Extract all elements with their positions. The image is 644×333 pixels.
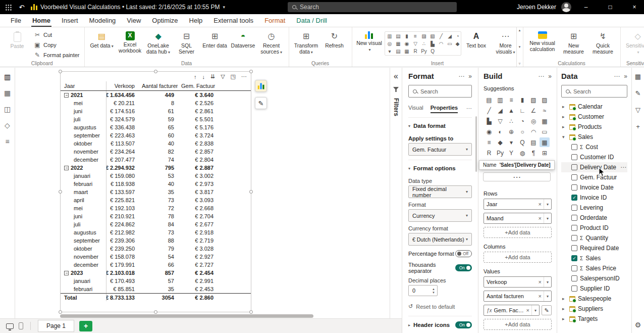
field-row[interactable]: Levering [561,203,627,213]
table-row[interactable]: december € 207.477 74 € 2.804 [61,156,251,164]
field-pill[interactable]: Maand [484,213,552,224]
field-row[interactable]: Customer [561,112,627,122]
smart-narrative-icon[interactable]: ¶ [528,148,539,158]
remove-field-icon[interactable] [539,279,542,285]
table-row[interactable]: augustus € 336.438 65 € 5.176 [61,123,251,131]
app-waffle-icon[interactable] [5,4,12,11]
desktop-layout-icon[interactable] [6,323,14,329]
table-row[interactable]: Total € 8.733.133 3054 € 2.860 [61,293,251,301]
table-row[interactable]: juni € 174.516 61 € 2.861 [61,107,251,115]
format-painter-button[interactable]: ✎Format painter [32,51,81,59]
field-row[interactable]: Invoice ID [561,193,627,203]
azure-map-icon[interactable]: ⊕ [506,127,516,136]
minimize-button[interactable]: – [576,0,596,14]
chevron-icon[interactable] [562,316,567,321]
r-script-icon[interactable]: R [413,49,417,54]
paginated-report-icon[interactable]: ⊞ [540,148,550,158]
quick-measure-button[interactable]: ↯ Quick measure [589,30,617,57]
field-row[interactable]: Σ Quantity [561,233,627,243]
table-row[interactable]: juli € 324.579 59 € 5.501 [61,115,251,123]
remove-field-icon[interactable] [526,307,529,313]
values-add-data-button[interactable]: +Add data [484,319,552,330]
field-row[interactable]: Gem. Factuur [561,172,627,182]
kpi-icon[interactable]: ◆ [456,41,460,46]
apply-settings-dropdown[interactable]: Gem. Factuur ▾ [408,143,472,156]
filled-map-icon[interactable]: ◐ [495,127,505,136]
field-row[interactable]: Salespeople [561,294,627,304]
stacked-area-chart-icon[interactable]: ▲ [506,106,516,115]
shape-map-icon[interactable]: ○ [517,127,527,136]
sql-server-button[interactable]: ⊟ SQL Server [173,30,201,57]
ribbon-tab[interactable]: External tools [208,14,259,27]
treemap-icon[interactable]: ▦ [540,116,550,126]
drill-up-icon[interactable]: ↑ [194,74,197,80]
chevron-icon[interactable] [562,306,567,311]
report-view-button[interactable]: ▥ [4,73,11,81]
field-checkbox[interactable] [571,154,577,160]
table-row[interactable]: december € 179.991 66 € 2.727 [61,261,251,269]
field-checkbox[interactable] [571,245,577,251]
header-icons-toggle[interactable]: On [455,321,472,328]
columns-add-data-button[interactable]: +Add data [484,252,552,263]
field-row[interactable]: Supplier ID [561,283,627,294]
r-script-icon[interactable]: R [484,148,494,158]
stacked-column-chart-icon[interactable]: ▥ [495,95,505,105]
column-header[interactable]: Gem. Factuur [178,83,217,89]
field-checkbox[interactable] [571,205,577,211]
table-row[interactable]: oktober € 239.250 79 € 3.028 [61,245,251,253]
clustered-column-chart-icon[interactable]: ▮ [517,95,527,105]
field-dropdown-icon[interactable] [544,199,549,209]
table-row[interactable]: februari € 118.938 40 € 2.973 [61,180,251,188]
new-visual-calculation-button[interactable]: New visual calculation [526,30,559,54]
expand-all-icon[interactable]: ⇊ [210,73,215,80]
excel-workbook-button[interactable]: X Excel workbook [116,30,144,57]
table-row[interactable]: september € 223.463 60 € 3.724 [61,131,251,139]
field-pill[interactable]: Verkoop [484,276,552,288]
clustered-bar-chart-icon[interactable]: ≡ [414,34,417,39]
remove-field-icon[interactable] [539,215,542,221]
table-row[interactable]: november € 234.264 82 € 2.857 [61,148,251,156]
field-dropdown-icon[interactable] [544,291,549,301]
line-chart-icon[interactable]: ╱ [440,34,443,39]
transform-data-button[interactable]: ⊞ Transform data [292,30,320,57]
thousands-separator-toggle[interactable]: On [455,264,472,271]
table-row[interactable]: januari € 159.080 53 € 3.002 [61,172,251,180]
scatter-chart-icon[interactable]: ∴ [506,116,516,126]
copy-button[interactable]: ▣Copy [32,41,81,49]
key-influencers-icon[interactable]: ◍ [517,148,527,158]
collapse-pane-icon[interactable]: » [548,73,552,80]
field-checkbox[interactable] [571,225,577,231]
area-chart-icon[interactable]: ◢ [448,34,452,39]
ribbon-tab[interactable]: File [5,14,27,27]
field-checkbox[interactable] [571,255,577,261]
avatar[interactable] [561,2,571,12]
field-more-options-icon[interactable]: ⋯ [620,164,626,171]
sensitivity-button[interactable]: ◇ Sensitivity [624,30,644,57]
get-data-button[interactable]: ▤ Get data [88,30,116,57]
tab-properties[interactable]: Properties [431,104,458,113]
field-checkbox[interactable] [571,286,577,292]
ribbon-tab[interactable]: Format [259,14,291,27]
onelake-data-hub-button[interactable]: ◆ OneLake data hub [144,30,173,57]
filter-icon[interactable]: ▽ [221,73,225,80]
global-search-input[interactable]: Search [288,2,457,12]
resize-handle[interactable] [59,190,62,194]
scatter-chart-icon[interactable]: ∴ [422,41,425,46]
map-icon[interactable]: ◉ [405,41,409,46]
collapse-pane-icon[interactable]: » [624,73,627,80]
slicer-icon[interactable]: ▾ [389,49,391,54]
field-pill[interactable]: ƒx Gem. Fact... [484,305,540,316]
add-pane-icon[interactable]: + [636,123,640,130]
resize-handle[interactable] [59,70,62,73]
ribbon-tab[interactable]: Insert [56,14,84,27]
recent-sources-button[interactable]: ◷ Recent sources [257,30,286,57]
donut-chart-icon[interactable]: ◎ [388,41,392,46]
enter-data-button[interactable]: ⊞ Enter data [201,30,229,57]
tabs-more-icon[interactable]: ⋯ [466,105,472,112]
format-options-section[interactable]: ▾ Format options [408,160,472,174]
table-row[interactable]: augustus € 212.982 73 € 2.918 [61,228,251,236]
matrix-icon[interactable]: ▦ [404,49,409,54]
funnel-chart-icon[interactable]: ▽ [495,116,505,126]
data-search-input[interactable]: Search [561,85,627,98]
field-checkbox[interactable] [571,275,577,281]
